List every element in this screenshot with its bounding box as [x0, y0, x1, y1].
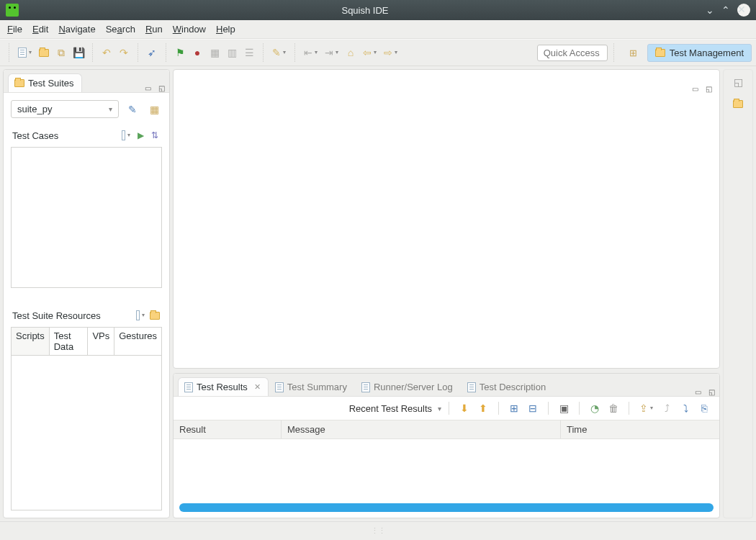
run-testcase-button[interactable]: ▶: [133, 128, 148, 143]
results-body[interactable]: [174, 439, 719, 498]
toolbar-separator: [449, 402, 449, 415]
folder-icon: [655, 49, 665, 57]
editor-area[interactable]: ▭ ◱: [173, 69, 720, 369]
window-title: Squish IDE: [24, 5, 706, 16]
grid3-button[interactable]: ☰: [241, 45, 257, 60]
redo-button[interactable]: ↷: [116, 45, 132, 60]
screenshot-button[interactable]: ▣: [556, 400, 572, 416]
new-testcase-button[interactable]: [119, 128, 133, 143]
close-tab-icon[interactable]: ✕: [254, 382, 261, 392]
copy-button[interactable]: ⧉: [53, 45, 69, 60]
toolbar-separator: [261, 43, 265, 62]
menu-navigate[interactable]: Navigate: [58, 24, 95, 35]
export-button[interactable]: ⇪: [636, 400, 656, 416]
page-icon: [184, 382, 193, 392]
resources-list[interactable]: [11, 356, 162, 510]
maximize-view-icon[interactable]: ◱: [708, 388, 715, 396]
folder-icon: [733, 100, 743, 108]
test-management-perspective[interactable]: Test Management: [647, 44, 752, 62]
menu-search[interactable]: Search: [106, 24, 135, 35]
undo-button[interactable]: ↶: [99, 45, 114, 60]
minimize-view-icon[interactable]: ▭: [692, 85, 698, 93]
toolbar-separator: [7, 43, 11, 62]
horizontal-scrollbar[interactable]: [179, 503, 714, 512]
column-time[interactable]: Time: [561, 420, 719, 438]
window-minimize-icon[interactable]: ⌄: [706, 4, 714, 16]
workspace: Test Suites ▭ ◱ suite_py ▾ ✎ ▦ Test Case…: [0, 66, 756, 521]
resources-header: Test Suite Resources: [4, 304, 169, 327]
tab-test-results[interactable]: Test Results ✕: [178, 377, 269, 396]
quick-access-input[interactable]: [537, 45, 608, 61]
tab-label: Test Results: [197, 382, 248, 392]
forward-button[interactable]: ⇨: [381, 45, 400, 60]
chevron-down-icon[interactable]: ▾: [438, 405, 441, 413]
pause-grid-button[interactable]: ▦: [207, 45, 222, 60]
menu-edit[interactable]: Edit: [32, 24, 48, 35]
tab-runner-log[interactable]: Runner/Server Log: [355, 377, 461, 396]
flag-button[interactable]: ⚑: [172, 45, 188, 60]
expand-all-button[interactable]: ⊞: [506, 400, 522, 416]
column-result[interactable]: Result: [174, 420, 282, 438]
window-maximize-icon[interactable]: ⌃: [721, 4, 730, 16]
resources-label: Test Suite Resources: [12, 310, 133, 321]
open-perspective-button[interactable]: ⊞: [626, 45, 642, 60]
view-tabbar: Test Suites ▭ ◱: [4, 70, 169, 93]
minimize-view-icon[interactable]: ▭: [145, 84, 151, 92]
home-button[interactable]: ⌂: [343, 45, 359, 60]
stacked-view-button[interactable]: [730, 96, 746, 112]
maximize-view-icon[interactable]: ◱: [706, 85, 712, 93]
trash-button[interactable]: 🗑: [606, 400, 621, 416]
minimize-view-icon[interactable]: ▭: [695, 388, 701, 396]
sort-testcase-button[interactable]: ⇅: [148, 128, 162, 143]
stepright-button[interactable]: ⇥: [322, 45, 341, 60]
menu-window[interactable]: Window: [173, 24, 206, 35]
export4-button[interactable]: ⎘: [696, 400, 712, 416]
grid2-button[interactable]: ▥: [224, 45, 240, 60]
tab-test-suites[interactable]: Test Suites: [8, 73, 82, 92]
save-button[interactable]: 💾: [71, 45, 86, 60]
tab-scripts[interactable]: Scripts: [12, 328, 50, 355]
record-button[interactable]: ●: [189, 45, 205, 60]
column-message[interactable]: Message: [282, 420, 561, 438]
app-icon: [6, 4, 19, 17]
folder-icon: [150, 312, 160, 320]
up-arrow-button[interactable]: ⬆: [475, 400, 491, 416]
sash-grip-icon[interactable]: ⋮⋮: [371, 526, 385, 536]
restore-view-icon[interactable]: ◱: [730, 74, 746, 90]
pie-button[interactable]: ◔: [587, 400, 603, 416]
menu-help[interactable]: Help: [216, 24, 235, 35]
back-button[interactable]: ⇦: [360, 45, 379, 60]
open-resource-folder-button[interactable]: [148, 308, 162, 323]
down-arrow-button[interactable]: ⬇: [456, 400, 472, 416]
tab-gestures[interactable]: Gestures: [114, 328, 161, 355]
test-cases-list[interactable]: [11, 147, 162, 288]
tab-label: Runner/Server Log: [374, 382, 453, 392]
tab-test-data[interactable]: Test Data: [50, 328, 89, 355]
paste-button[interactable]: [36, 45, 52, 60]
menu-file[interactable]: File: [7, 24, 22, 35]
pointer-button[interactable]: ➶: [144, 45, 160, 60]
collapse-all-button[interactable]: ⊟: [525, 400, 541, 416]
export2-button[interactable]: ⤴: [659, 400, 675, 416]
tab-test-summary[interactable]: Test Summary: [269, 377, 355, 396]
page-icon: [275, 382, 284, 392]
suite-settings-button[interactable]: ✎: [125, 102, 140, 117]
center-pane: ▭ ◱ Test Results ✕ Test Summary Runner: [173, 69, 720, 518]
new-resource-button[interactable]: [133, 308, 148, 323]
wand-button[interactable]: ✎: [269, 45, 289, 60]
export3-button[interactable]: ⤵: [678, 400, 693, 416]
page-icon: [136, 310, 140, 320]
tab-test-description[interactable]: Test Description: [461, 377, 554, 396]
suite-table-button[interactable]: ▦: [146, 102, 162, 117]
toolbar-separator: [293, 43, 297, 62]
new-button[interactable]: [15, 45, 35, 60]
stepleft-button[interactable]: ⇤: [301, 45, 320, 60]
tab-vps[interactable]: VPs: [88, 328, 114, 355]
window-close-icon[interactable]: ✕: [737, 4, 750, 17]
results-tabbar: Test Results ✕ Test Summary Runner/Serve…: [174, 374, 719, 397]
menu-run[interactable]: Run: [145, 24, 163, 35]
maximize-view-icon[interactable]: ◱: [158, 84, 165, 92]
toolbar-separator: [164, 43, 168, 62]
page-icon: [467, 382, 476, 392]
suite-select[interactable]: suite_py ▾: [11, 100, 119, 118]
